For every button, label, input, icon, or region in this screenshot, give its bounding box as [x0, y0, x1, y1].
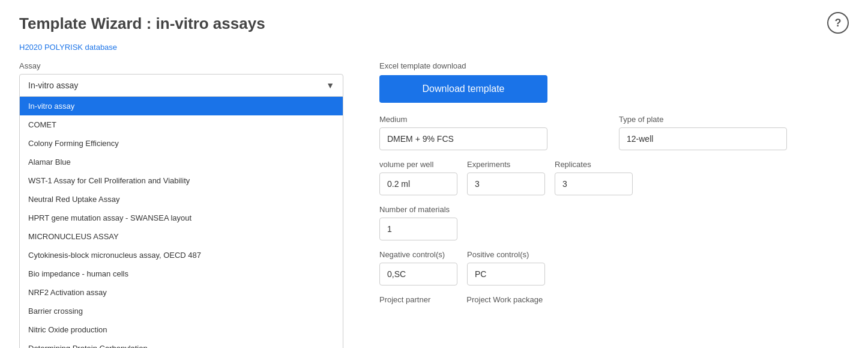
type-of-plate-label: Type of plate	[619, 115, 849, 124]
medium-input[interactable]	[379, 127, 547, 150]
medium-label: Medium	[379, 115, 609, 124]
dropdown-item[interactable]: Neutral Red Uptake Assay	[20, 190, 343, 209]
number-of-materials-label: Number of materials	[379, 205, 457, 214]
replicates-group: Replicates	[555, 160, 633, 195]
type-of-plate-input[interactable]	[619, 127, 787, 150]
page-title: Template Wizard : in-vitro assays	[19, 14, 849, 33]
positive-controls-group: Positive control(s)	[467, 250, 545, 285]
right-panel: Excel template download Download templat…	[379, 61, 849, 304]
number-of-materials-input[interactable]	[379, 218, 457, 240]
assay-dropdown: In-vitro assayCOMETColony Forming Effici…	[19, 97, 343, 348]
replicates-label: Replicates	[555, 160, 633, 169]
dropdown-item[interactable]: NRF2 Activation assay	[20, 283, 343, 302]
negative-controls-group: Negative control(s)	[379, 250, 457, 285]
dropdown-item[interactable]: Cytokinesis-block micronucleus assay, OE…	[20, 246, 343, 264]
assay-select-header[interactable]: In-vitro assay ▼	[19, 74, 343, 97]
assay-label: Assay	[19, 61, 343, 70]
medium-group: Medium	[379, 115, 609, 150]
volume-experiments-replicates-row: volume per well Experiments Replicates	[379, 160, 849, 195]
positive-controls-label: Positive control(s)	[467, 250, 545, 259]
number-of-materials-group: Number of materials	[379, 205, 457, 240]
dropdown-item[interactable]: MICRONUCLEUS ASSAY	[20, 227, 343, 246]
negative-controls-input[interactable]	[379, 263, 457, 285]
dropdown-item[interactable]: Bio impedance - human cells	[20, 264, 343, 283]
page-wrapper: ? Template Wizard : in-vitro assays H202…	[0, 0, 868, 348]
dropdown-item[interactable]: HPRT gene mutation assay - SWANSEA layou…	[20, 209, 343, 227]
dropdown-item[interactable]: COMET	[20, 115, 343, 134]
type-of-plate-group: Type of plate	[619, 115, 849, 150]
dropdown-item[interactable]: Colony Forming Efficiency	[20, 134, 343, 153]
volume-per-well-input[interactable]	[379, 172, 457, 195]
main-layout: Assay In-vitro assay ▼ In-vitro assayCOM…	[19, 61, 849, 348]
db-label: H2020 POLYRISK database	[19, 43, 849, 52]
assay-select-display[interactable]: In-vitro assay ▼	[19, 74, 343, 97]
dropdown-item[interactable]: In-vitro assay	[20, 97, 343, 115]
dropdown-item[interactable]: Alamar Blue	[20, 153, 343, 171]
medium-plate-row: Medium Type of plate	[379, 115, 849, 150]
excel-section-label: Excel template download	[379, 61, 849, 70]
number-of-materials-row: Number of materials	[379, 205, 849, 240]
project-partner-label: Project partner	[379, 295, 430, 304]
dropdown-item[interactable]: Barrier crossing	[20, 302, 343, 320]
experiments-group: Experiments	[467, 160, 545, 195]
dropdown-item[interactable]: WST-1 Assay for Cell Proliferation and V…	[20, 171, 343, 190]
volume-per-well-label: volume per well	[379, 160, 457, 169]
experiments-input[interactable]	[467, 172, 545, 195]
download-template-button[interactable]: Download template	[379, 75, 547, 103]
left-panel: Assay In-vitro assay ▼ In-vitro assayCOM…	[19, 61, 343, 348]
dropdown-item[interactable]: Determining Protein Carbonylation	[20, 339, 343, 348]
replicates-input[interactable]	[555, 172, 633, 195]
controls-row: Negative control(s) Positive control(s)	[379, 250, 849, 285]
assay-selected-text: In-vitro assay	[28, 81, 78, 90]
chevron-down-icon: ▼	[326, 81, 334, 90]
positive-controls-input[interactable]	[467, 263, 545, 285]
volume-per-well-group: volume per well	[379, 160, 457, 195]
experiments-label: Experiments	[467, 160, 545, 169]
project-work-package-label: Project Work package	[466, 295, 543, 304]
bottom-labels: Project partner Project Work package	[379, 295, 849, 304]
help-icon[interactable]: ?	[827, 12, 849, 34]
negative-controls-label: Negative control(s)	[379, 250, 457, 259]
dropdown-item[interactable]: Nitric Oxide production	[20, 320, 343, 339]
assay-select-wrapper: In-vitro assay ▼ In-vitro assayCOMETColo…	[19, 74, 343, 348]
